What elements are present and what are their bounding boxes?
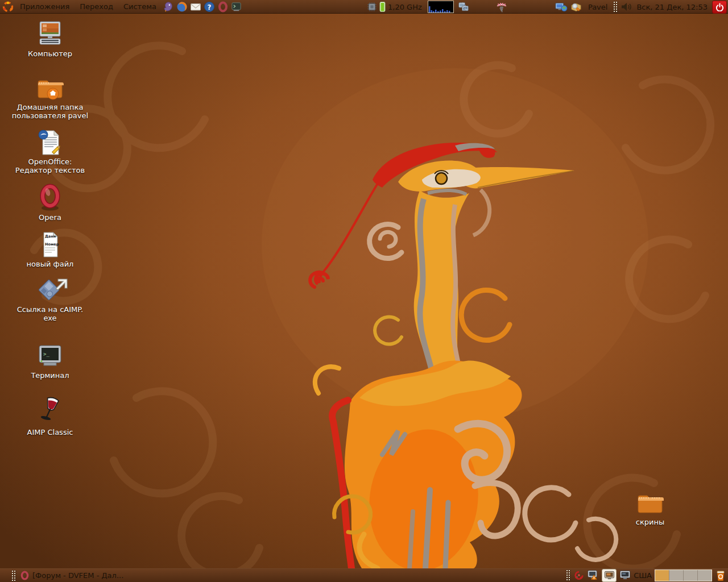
desktop-icon-skriny[interactable]: скрины xyxy=(610,490,690,526)
desktop-icon-opera[interactable]: Opera xyxy=(10,183,90,222)
app-swirl-tray-icon[interactable] xyxy=(574,570,584,580)
heron-wallpaper xyxy=(0,14,728,568)
cpu-chip-icon[interactable] xyxy=(367,2,377,12)
applet-drag-handle[interactable] xyxy=(613,1,618,13)
desktop-icon-label: Компьютер xyxy=(28,49,72,58)
desktop-icon-home-folder[interactable]: Домашняя папка пользователя pavel xyxy=(10,75,90,120)
opera-icon xyxy=(35,183,65,213)
svg-text:>_: >_ xyxy=(43,351,49,357)
menu-places[interactable]: Переход xyxy=(75,0,118,14)
clock[interactable]: Вск, 21 Дек, 12:53 xyxy=(634,3,710,11)
power-icon xyxy=(715,3,724,11)
shutdown-button[interactable] xyxy=(712,1,727,14)
remote-desktop-tray-icon[interactable] xyxy=(555,1,568,13)
help-launcher-icon[interactable]: ? xyxy=(202,0,216,14)
computer-icon xyxy=(35,20,65,49)
terminal-launcher-icon[interactable] xyxy=(230,0,243,14)
monitor-tray-icon[interactable] xyxy=(619,570,631,580)
desktop-icon-new-file[interactable]: Данн Номер новый файл xyxy=(10,231,90,268)
monitor-warning-tray-icon[interactable] xyxy=(587,569,599,581)
workspace-3[interactable] xyxy=(684,570,698,581)
terminal-icon: >_ xyxy=(35,343,65,371)
folder-icon xyxy=(635,490,665,517)
network-error-icon[interactable] xyxy=(458,1,470,13)
user-switcher[interactable]: Pavel xyxy=(585,3,611,11)
desktop-icon-caimp-link[interactable]: Ссылка на cAIMP. exe xyxy=(10,269,90,323)
desktop-icon-computer[interactable]: Компьютер xyxy=(10,20,90,58)
workspace-2[interactable] xyxy=(669,570,684,581)
tray-drag-handle[interactable] xyxy=(566,569,571,581)
software-update-tray-icon[interactable] xyxy=(570,1,582,13)
desktop-icon-label: скрины xyxy=(636,518,664,526)
bottom-panel-right: США xyxy=(566,568,728,582)
ubuntu-desktop: Компьютер Домашняя папка пользователя pa… xyxy=(0,0,728,582)
top-panel-right: Pavel Вск, 21 Дек, 12:53 xyxy=(555,0,728,14)
svg-text:?: ? xyxy=(207,3,211,11)
menu-applications[interactable]: Приложения xyxy=(15,0,75,14)
firefox-launcher-icon[interactable] xyxy=(175,0,189,14)
svg-text:Номер: Номер xyxy=(45,242,59,247)
home-folder-icon xyxy=(35,75,65,102)
trash-icon[interactable] xyxy=(715,569,726,581)
bottom-panel: [Форум - DVFEM - Дал... xyxy=(0,568,728,582)
text-file-icon: Данн Номер xyxy=(35,231,65,259)
opera-task-icon xyxy=(20,571,30,580)
desktop-icon-label: новый файл xyxy=(27,260,74,268)
mail-launcher-icon[interactable] xyxy=(189,0,202,14)
cpu-freq-bar-icon xyxy=(379,1,386,13)
keyboard-layout-indicator[interactable]: США xyxy=(634,571,652,580)
wine-glass-icon xyxy=(35,396,65,427)
top-panel: Приложения Переход Система xyxy=(0,0,728,14)
desktop-area: Компьютер Домашняя папка пользователя pa… xyxy=(0,14,728,568)
menu-system[interactable]: Система xyxy=(118,0,162,14)
desktop-icon-label: AIMP Classic xyxy=(27,428,73,436)
desktop-icon-label: Ссылка на cAIMP. exe xyxy=(17,305,83,323)
workspace-switcher xyxy=(655,569,712,581)
taskbar-window-title: [Форум - DVFEM - Дал... xyxy=(32,571,123,580)
executable-link-icon xyxy=(32,269,68,305)
workspace-1[interactable] xyxy=(655,570,669,581)
desktop-icon-label: OpenOffice: Редактор текстов xyxy=(15,157,85,175)
cpu-frequency-label[interactable]: 1,20 GHz xyxy=(388,3,422,11)
desktop-icon-label: Opera xyxy=(39,213,61,222)
system-monitor-applet[interactable] xyxy=(428,1,454,13)
ubuntu-logo-icon[interactable] xyxy=(1,0,15,14)
openoffice-writer-icon xyxy=(35,128,65,157)
pidgin-launcher-icon[interactable] xyxy=(162,0,175,14)
svg-text:Данн: Данн xyxy=(45,234,56,239)
desktop-icon-label: Терминал xyxy=(31,371,69,380)
window-list-drag-handle[interactable] xyxy=(11,570,16,581)
screenshot-tool-tray-button[interactable] xyxy=(602,569,617,582)
desktop-icon-aimp[interactable]: AIMP Classic xyxy=(10,396,90,436)
monitor-active-icon xyxy=(604,571,615,580)
volume-icon[interactable] xyxy=(621,2,632,12)
top-panel-applets: 1,20 GHz xyxy=(367,0,507,14)
desktop-icon-terminal[interactable]: >_ Терминал xyxy=(10,343,90,380)
taskbar-window-button[interactable]: [Форум - DVFEM - Дал... xyxy=(16,569,127,582)
opera-launcher-icon[interactable] xyxy=(216,0,230,14)
awning-applet-icon[interactable] xyxy=(496,1,507,13)
workspace-4[interactable] xyxy=(698,570,712,581)
desktop-icon-label: Домашняя папка пользователя pavel xyxy=(12,103,88,120)
desktop-icon-openoffice[interactable]: OpenOffice: Редактор текстов xyxy=(10,128,90,175)
